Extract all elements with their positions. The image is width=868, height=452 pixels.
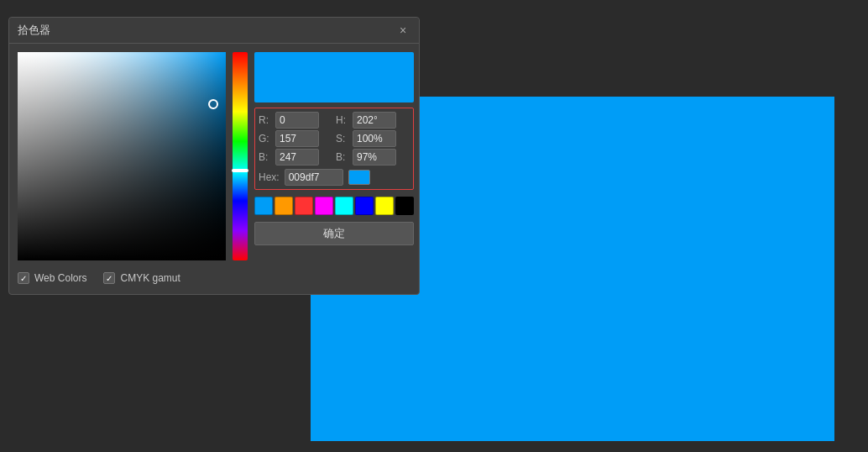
color-preview — [254, 52, 414, 102]
hex-label: Hex: — [259, 171, 280, 183]
g-label: G: — [259, 133, 272, 145]
color-picker-dialog: 拾色器 × R: — [8, 17, 420, 295]
brightness-label: B: — [336, 151, 349, 163]
s-input[interactable] — [353, 130, 396, 147]
dialog-title: 拾色器 — [18, 23, 50, 38]
b-input[interactable] — [275, 149, 319, 166]
r-label: R: — [259, 114, 272, 126]
hex-input[interactable] — [285, 169, 343, 186]
swatch-blue[interactable] — [355, 197, 374, 215]
swatch-orange[interactable] — [275, 197, 293, 215]
swatch-yellow[interactable] — [375, 197, 394, 215]
color-gradient-picker[interactable] — [18, 52, 226, 260]
h-label: H: — [336, 114, 349, 126]
h-row: H: — [336, 112, 410, 129]
swatch-cyan[interactable] — [254, 197, 273, 215]
web-colors-label: Web Colors — [34, 272, 86, 284]
hue-slider-track — [233, 52, 248, 260]
swatch-magenta[interactable] — [315, 197, 333, 215]
r-row: R: — [259, 112, 332, 129]
cmyk-gamut-label: CMYK gamut — [120, 272, 180, 284]
g-input[interactable] — [275, 130, 319, 147]
s-row: S: — [336, 130, 410, 147]
swatch-black[interactable] — [395, 197, 414, 215]
swatch-red[interactable] — [295, 197, 313, 215]
hue-slider[interactable] — [233, 52, 248, 260]
bottom-row: Web Colors CMYK gamut — [9, 269, 419, 284]
gradient-black-overlay — [18, 52, 226, 260]
web-colors-checkbox[interactable] — [18, 272, 29, 284]
swatches-row — [254, 197, 414, 215]
right-panel: R: H: G: S: — [254, 52, 414, 260]
g-row: G: — [259, 130, 332, 147]
values-grid: R: H: G: S: — [259, 112, 410, 166]
cmyk-gamut-checkbox-item[interactable]: CMYK gamut — [103, 272, 180, 284]
confirm-button[interactable]: 确定 — [254, 222, 414, 245]
s-label: S: — [336, 133, 349, 145]
brightness-input[interactable] — [353, 149, 396, 166]
hex-row: Hex: — [259, 169, 410, 186]
swatch-aqua[interactable] — [335, 197, 353, 215]
b-label: B: — [259, 151, 272, 163]
b-row: B: — [259, 149, 332, 166]
dialog-body: R: H: G: S: — [9, 44, 419, 269]
close-button[interactable]: × — [395, 23, 410, 38]
cmyk-gamut-checkbox[interactable] — [103, 272, 115, 284]
h-input[interactable] — [353, 112, 396, 129]
values-box: R: H: G: S: — [254, 108, 414, 190]
hex-color-swatch — [348, 170, 370, 185]
r-input[interactable] — [275, 112, 319, 129]
brightness-row: B: — [336, 149, 410, 166]
web-colors-checkbox-item[interactable]: Web Colors — [18, 272, 86, 284]
dialog-titlebar: 拾色器 × — [9, 18, 419, 44]
